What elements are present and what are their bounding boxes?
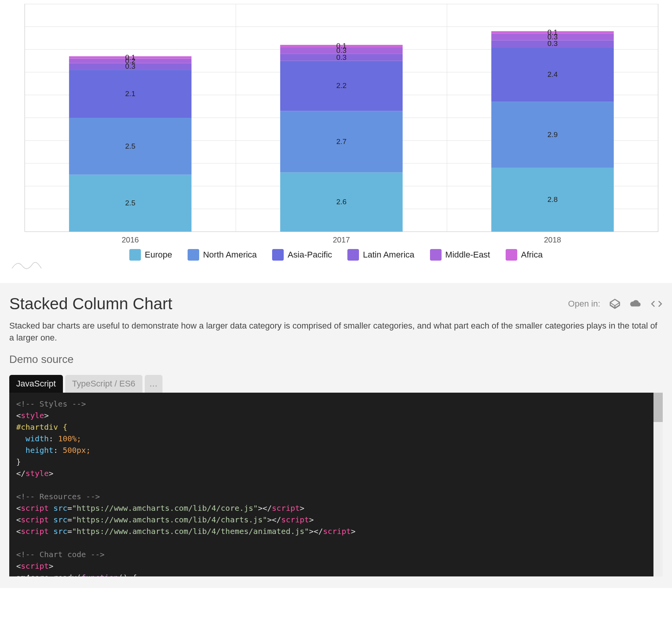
legend-swatch (272, 249, 284, 261)
svg-text:2018: 2018 (544, 236, 561, 244)
legend-swatch (347, 249, 359, 261)
chart-canvas[interactable]: 2.52.52.10.30.20.120162.62.72.20.30.30.1… (8, 4, 664, 245)
article-description: Stacked bar charts are useful to demonst… (9, 320, 663, 344)
svg-text:0.1: 0.1 (547, 28, 557, 36)
legend-label: Middle-East (445, 250, 490, 260)
svg-text:2.1: 2.1 (125, 90, 135, 98)
svg-text:2016: 2016 (122, 236, 139, 244)
amcharts-watermark-icon[interactable] (12, 261, 668, 271)
legend-swatch (506, 249, 517, 261)
legend-item[interactable]: Middle-East (430, 249, 490, 261)
tab-more[interactable]: … (145, 375, 162, 393)
legend-item[interactable]: Asia-Pacific (272, 249, 332, 261)
svg-text:0.1: 0.1 (336, 42, 346, 50)
open-in-group: Open in: (568, 298, 663, 310)
legend-item[interactable]: Africa (506, 249, 543, 261)
legend-label: North America (203, 250, 257, 260)
codepen-icon[interactable] (609, 298, 621, 310)
legend-label: Latin America (363, 250, 414, 260)
svg-text:2.8: 2.8 (547, 195, 557, 203)
legend-swatch (188, 249, 199, 261)
svg-text:0.1: 0.1 (125, 53, 135, 61)
jsfiddle-icon[interactable] (630, 298, 642, 310)
svg-text:2.4: 2.4 (547, 70, 558, 78)
open-in-label: Open in: (568, 299, 600, 309)
scrollbar-thumb[interactable] (653, 393, 663, 422)
tab-typescript[interactable]: TypeScript / ES6 (65, 375, 142, 393)
svg-text:2.6: 2.6 (336, 198, 346, 206)
svg-text:2017: 2017 (333, 236, 350, 244)
legend-item[interactable]: Latin America (347, 249, 414, 261)
code-icon[interactable] (650, 298, 663, 310)
legend-item[interactable]: Europe (129, 249, 172, 261)
svg-text:2.5: 2.5 (125, 142, 135, 150)
article-panel: Stacked Column Chart Open in: Stacked ba… (0, 283, 672, 588)
stacked-column-chart: 2.52.52.10.30.20.120162.62.72.20.30.30.1… (0, 0, 672, 283)
code-tabs: JavaScript TypeScript / ES6 … (9, 375, 663, 393)
legend-label: Asia-Pacific (288, 250, 332, 260)
svg-text:2.2: 2.2 (336, 81, 346, 90)
source-code[interactable]: <!-- Styles --> <style> #chartdiv { widt… (9, 393, 663, 576)
tab-javascript[interactable]: JavaScript (9, 375, 63, 393)
legend-label: Europe (145, 250, 172, 260)
svg-text:2.5: 2.5 (125, 199, 135, 207)
svg-text:2.9: 2.9 (547, 130, 557, 139)
code-scrollbar[interactable] (653, 393, 663, 576)
svg-text:2.7: 2.7 (336, 137, 346, 146)
legend-swatch (129, 249, 141, 261)
page-title: Stacked Column Chart (9, 295, 173, 313)
legend-swatch (430, 249, 442, 261)
legend-label: Africa (521, 250, 543, 260)
legend-item[interactable]: North America (188, 249, 257, 261)
demo-source-heading: Demo source (9, 353, 663, 366)
code-panel: <!-- Styles --> <style> #chartdiv { widt… (9, 393, 663, 576)
